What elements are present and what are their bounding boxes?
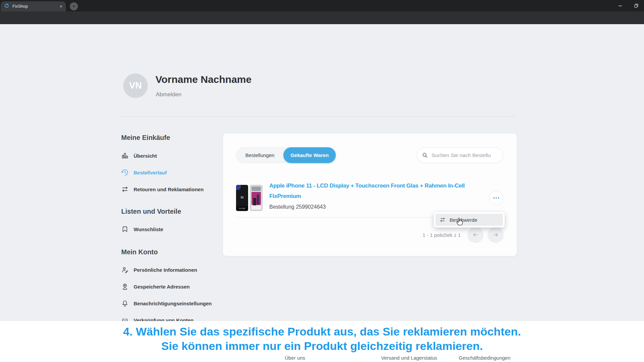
divider — [120, 116, 517, 117]
new-tab-button[interactable]: + — [70, 2, 78, 10]
browser-tab[interactable]: FixShop × — [1, 1, 66, 11]
person-edit-icon — [121, 266, 129, 273]
arrow-right-icon — [492, 231, 499, 238]
swap-arrows-icon — [440, 217, 446, 223]
sidebar-heading-purchases: Meine Einkäufe — [121, 134, 170, 142]
sidebar-item-wishlist[interactable]: Wunschliste — [121, 225, 163, 234]
sidebar-item-label: Persönliche Informationen — [134, 267, 197, 273]
sidebar-item-label: Benachrichtigungseinstellungen — [134, 301, 212, 306]
product-image-back — [250, 185, 263, 211]
more-options-button[interactable] — [489, 191, 503, 205]
tab-purchased-goods[interactable]: Gekaufte Waren — [283, 147, 336, 163]
bell-icon — [121, 300, 129, 307]
thumb-model-label: 11 — [236, 196, 248, 199]
page-title-username: Vorname Nachname — [155, 74, 251, 85]
sidebar-item-order-history[interactable]: Bestellverlauf — [121, 168, 167, 177]
footer-link-shipping[interactable]: Versand und Lagerstatus — [381, 355, 437, 361]
sidebar-heading-lists: Listen und Vorteile — [121, 208, 181, 215]
sidebar-item-returns[interactable]: Retouren und Reklamationen — [121, 185, 203, 194]
context-menu: Beschwerde — [434, 212, 505, 227]
map-pin-icon — [121, 283, 129, 290]
product-image-front: 11 In-Cell — [236, 185, 248, 211]
tab-title: FixShop — [12, 4, 57, 9]
product-title-link[interactable]: Apple iPhone 11 - LCD Display + Touchscr… — [269, 180, 489, 201]
pagination-prev-button[interactable] — [467, 227, 484, 243]
tutorial-overlay: 4. Wählen Sie das spezifische Produkt au… — [0, 321, 644, 362]
window-restore-button[interactable] — [629, 0, 644, 11]
sidebar-heading-account: Mein Konto — [121, 248, 158, 256]
product-thumbnail: 11 In-Cell — [236, 183, 263, 212]
tab-close-icon[interactable]: × — [60, 4, 62, 9]
pagination-label: 1 - 1 položiek z 1 — [423, 232, 461, 238]
orders-panel: Bestellungen Gekaufte Waren 11 In-Cell — [223, 134, 517, 256]
tutorial-step-line1: 4. Wählen Sie das spezifische Produkt au… — [123, 324, 521, 339]
tab-orders[interactable]: Bestellungen — [236, 152, 283, 158]
search-icon — [422, 152, 428, 158]
sidebar-item-personal-info[interactable]: Persönliche Informationen — [121, 265, 197, 274]
thumb-tag-label: In-Cell — [236, 206, 248, 211]
bookmark-icon — [121, 225, 129, 233]
sidebar-item-label: Retouren und Reklamationen — [134, 187, 203, 192]
tutorial-step-line2: Sie können immer nur ein Produkt gleichz… — [161, 339, 483, 353]
product-badge — [236, 185, 241, 190]
sidebar-item-label: Gespeicherte Adressen — [134, 284, 190, 290]
fixshop-favicon-icon — [4, 3, 9, 10]
screen: FixShop × + — [0, 0, 644, 362]
window-minimize-button[interactable] — [612, 0, 628, 11]
pagination-next-button[interactable] — [488, 227, 504, 243]
sidebar-item-addresses[interactable]: Gespeicherte Adressen — [121, 282, 190, 291]
logout-link[interactable]: Abmelden — [156, 91, 182, 98]
sidebar-item-label: Wunschliste — [134, 226, 163, 232]
history-clock-icon — [121, 169, 129, 176]
product-order-number: Bestellung 2599024643 — [269, 204, 326, 210]
mouse-cursor-hand — [455, 217, 464, 229]
swap-arrows-icon — [121, 186, 129, 193]
footer-link-about[interactable]: Über uns — [285, 355, 305, 361]
sidebar-item-label: Übersicht — [134, 153, 157, 159]
sidebar-item-notifications[interactable]: Benachrichtigungseinstellungen — [121, 299, 212, 308]
search-input[interactable] — [431, 152, 495, 158]
footer-link-terms[interactable]: Geschäftsbedingungen — [459, 355, 510, 361]
bar-chart-icon — [121, 152, 129, 159]
context-menu-item-complaint[interactable]: Beschwerde — [435, 214, 503, 226]
sidebar-item-label: Bestellverlauf — [134, 170, 167, 175]
sidebar-item-overview[interactable]: Übersicht — [121, 151, 157, 160]
user-avatar: VN — [123, 73, 148, 98]
arrow-left-icon — [472, 231, 479, 238]
browser-tabstrip: FixShop × + — [0, 0, 644, 11]
browser-toolbar: fixshop-online.de/konto/historia-objedna… — [0, 11, 644, 24]
order-search[interactable] — [417, 147, 503, 163]
account-page: VN Vorname Nachname Abmelden Meine Einkä… — [0, 24, 644, 321]
orders-tab-switcher: Bestellungen Gekaufte Waren — [236, 147, 336, 163]
